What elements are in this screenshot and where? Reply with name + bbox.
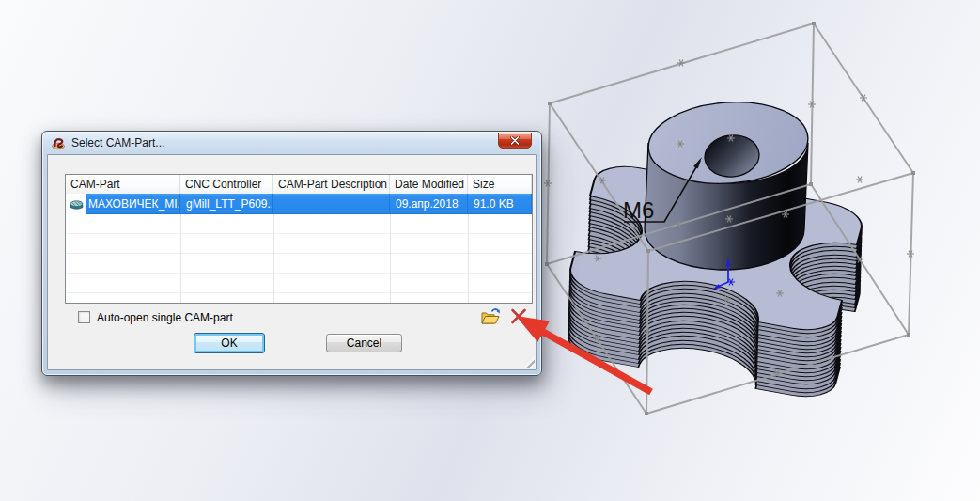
auto-open-checkbox-label: Auto-open single CAM-part [97,311,233,324]
table-gridline [180,214,181,303]
dialog-title: Select CAM-Part... [71,136,164,149]
cell-date-modified[interactable]: 09.апр.2018 [390,194,468,214]
dialog-titlebar[interactable]: Select CAM-Part... [42,132,541,154]
cell-size[interactable]: 91.0 KB [468,194,532,214]
browse-folder-button[interactable] [479,305,504,326]
ok-button-label: OK [221,337,237,350]
cancel-button-label: Cancel [347,337,381,350]
column-header-date-modified[interactable]: Date Modified [390,175,468,194]
column-header-description[interactable]: CAM-Part Description [273,175,390,194]
cell-description[interactable] [273,194,390,214]
list-header-row: CAM-Part CNC Controller CAM-Part Descrip… [66,175,532,194]
row-icon-cell [66,194,86,214]
resize-grip[interactable] [522,356,535,368]
table-gridline [468,214,469,303]
column-header-size[interactable]: Size [468,175,532,194]
auto-open-checkbox[interactable] [78,311,90,323]
cam-part-icon [69,197,85,211]
delete-x-icon [509,306,528,325]
table-gridline [273,214,274,303]
close-icon [510,136,520,145]
cam-part-list[interactable]: CAM-Part CNC Controller CAM-Part Descrip… [65,174,533,304]
annotation-m6-label: M6 [623,197,654,223]
empty-list-area [66,214,532,303]
close-button[interactable] [498,133,532,149]
column-header-cnc-controller[interactable]: CNC Controller [180,175,273,194]
select-cam-part-dialog: Select CAM-Part... CAM-Part CNC Controll… [41,131,542,376]
table-gridline [390,214,391,303]
delete-cam-part-button[interactable] [507,305,530,326]
ok-button[interactable]: OK [194,333,265,353]
open-folder-icon [480,306,504,326]
cancel-button[interactable]: Cancel [326,334,402,352]
cell-cnc-controller[interactable]: gMill_LTT_P609... [180,194,273,214]
cell-cam-part[interactable]: МАХОВИЧЕК_MI... [86,194,180,214]
column-header-cam-part[interactable]: CAM-Part [66,175,180,194]
solidworks-viewport-screen: M6 Select CAM-Part... [0,0,980,501]
solidcam-logo-icon [51,136,66,150]
table-row-selected[interactable]: МАХОВИЧЕК_MI... gMill_LTT_P609... 09.апр… [66,194,532,214]
dialog-client-area: CAM-Part CNC Controller CAM-Part Descrip… [47,154,537,370]
